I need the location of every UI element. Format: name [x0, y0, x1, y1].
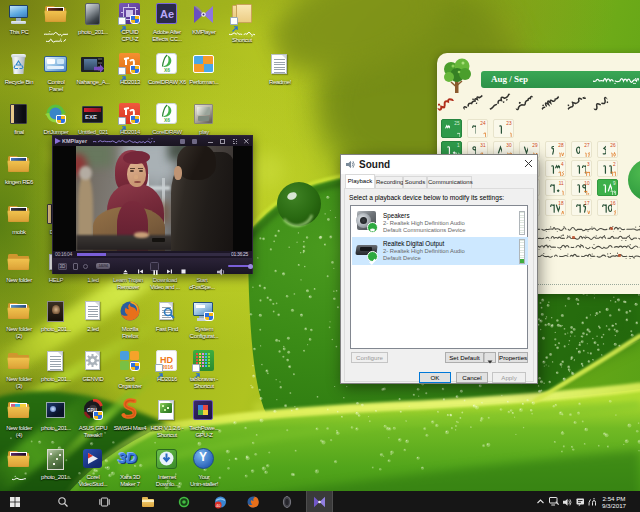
svg-text:X6: X6	[164, 67, 170, 73]
svg-text:40: 40	[216, 503, 221, 508]
svg-text:X6: X6	[164, 117, 170, 123]
